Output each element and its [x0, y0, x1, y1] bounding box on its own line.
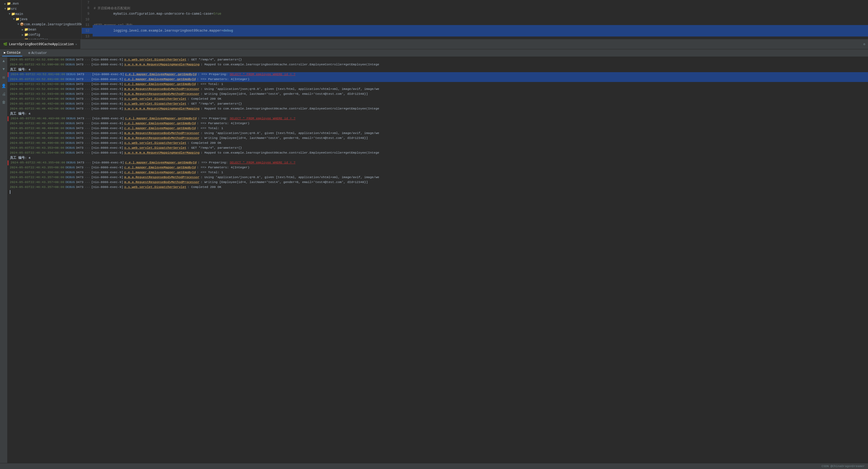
tree-item-java[interactable]: ▼ 📁 java [0, 17, 82, 22]
msg-8: : Writing [Employee{id=4, lastName='test… [200, 92, 368, 96]
level-27: DEBUG [65, 185, 75, 189]
pid-17: 3473 [76, 136, 84, 140]
ts-13: 2024-05-03T22:46:40.493+08:00 [11, 117, 65, 120]
actuator-tab-label: Actuator [31, 51, 47, 55]
thread-16: [nio-8080-exec-8] [91, 131, 123, 135]
tree-item-config[interactable]: ▶ 📁 config [0, 32, 82, 37]
scroll-up-icon[interactable]: ▲ [2, 58, 5, 64]
thread-8: [nio-8080-exec-5] [91, 92, 123, 96]
tree-arrow-controller: ▶ [22, 38, 24, 39]
pid-9: 3473 [76, 97, 84, 100]
ts-18: 2024-05-03T22:46:40.496+08:00 [10, 141, 64, 145]
level-9: DEBUG [65, 97, 75, 100]
sep-8: --- [85, 92, 90, 96]
print-icon[interactable]: 🖨 [1, 91, 6, 97]
pid-10: 3473 [76, 102, 84, 105]
log-line-21: 员工 编号: 4 [8, 156, 868, 160]
msg-9: : Completed 200 OK [187, 97, 221, 100]
level-4: DEBUG [66, 72, 76, 76]
log-line-6: 2024-05-03T22:43:52.692+08:00 DEBUG 3473… [8, 82, 868, 87]
ts-9: 2024-05-03T22:43:52.694+08:00 [10, 97, 64, 100]
scroll-down-icon[interactable]: ▼ [2, 66, 5, 72]
ts-11: 2024-05-03T22:46:40.492+08:00 [10, 107, 64, 110]
tree-item-mvn[interactable]: ▶ 📁 .mvn [0, 1, 82, 6]
thread-2: [nio-8080-exec-5] [91, 63, 123, 66]
level-24: DEBUG [65, 170, 75, 174]
thread-17: [nio-8080-exec-8] [91, 136, 123, 140]
ts-23: 2024-05-03T22:46:43.355+08:00 [10, 165, 64, 169]
ts-26: 2024-05-03T22:46:43.357+08:00 [10, 180, 64, 184]
pid-13: 3473 [77, 117, 85, 120]
level-18: DEBUG [65, 141, 75, 145]
level-23: DEBUG [65, 165, 75, 169]
msg-4: : ==> Preparing: SELECT * FROM employee … [198, 72, 296, 76]
line-number-8: 8 [82, 6, 93, 10]
class-15: c.e.l.mapper.EmployeeMapper.getEmpById [124, 126, 196, 130]
class-20: s.w.s.m.m.a.RequestMappingHandlerMapping [124, 151, 199, 154]
ts-8: 2024-05-03T22:43:52.693+08:00 [10, 92, 64, 96]
folder-icon-main: 📁 [11, 12, 15, 16]
level-2: DEBUG [65, 63, 75, 66]
status-bar: CSDN @ChinaDragonDreamer [0, 463, 868, 469]
ts-5: 2024-05-03T22:43:52.691+08:00 [10, 77, 64, 81]
log-line-9: 2024-05-03T22:43:52.694+08:00 DEBUG 3473… [8, 97, 868, 102]
sep-16: --- [85, 131, 90, 135]
sep-17: --- [85, 136, 90, 140]
ts-10: 2024-05-03T22:46:40.492+08:00 [10, 102, 64, 105]
thread-23: [nio-8080-exec-9] [91, 165, 123, 169]
msg-7: : Using 'application/json;q=0.8', given … [200, 87, 379, 91]
log-line-20: 2024-05-03T22:46:43.354+08:00 DEBUG 3473… [8, 151, 868, 156]
pid-2: 3473 [76, 63, 84, 66]
filter-icon[interactable]: ⊟ [2, 74, 5, 81]
tree-item-bean[interactable]: ▶ 📁 bean [0, 27, 82, 32]
msg-1: : GET "/emp/4", parameters={} [187, 58, 242, 61]
thread-19: [nio-8080-exec-9] [91, 146, 123, 150]
thread-25: [nio-8080-exec-9] [91, 176, 123, 179]
msg-18: : Completed 200 OK [187, 141, 221, 145]
level-1: DEBUG [65, 58, 75, 61]
tree-item-src[interactable]: ▼ 📁 src [0, 6, 82, 11]
pid-4: 3473 [77, 72, 85, 76]
user-icon[interactable]: 👤 [1, 83, 7, 89]
console-tab-console[interactable]: ▶ Console [2, 50, 22, 56]
tree-item-main[interactable]: ▼ 📁 main [0, 11, 82, 17]
thread-9: [nio-8080-exec-5] [91, 97, 123, 100]
class-4: c.e.l.mapper.EmployeeMapper.getEmpById [125, 72, 196, 76]
active-tab[interactable]: 🌿 LearnSpringBoot09CacheApplication ✕ [0, 39, 81, 49]
tree-arrow-src: ▼ [4, 7, 6, 10]
class-16: m.m.a.RequestResponseBodyMethodProcessor [124, 131, 199, 135]
msg-26: : Writing [Employee{id=4, lastName='test… [200, 180, 368, 184]
status-text: CSDN @ChinaDragonDreamer [822, 465, 865, 468]
tab-close-button[interactable]: ✕ [75, 43, 77, 46]
tree-item-controller[interactable]: ▶ 📁 controller [0, 37, 82, 39]
thread-18: [nio-8080-exec-8] [91, 141, 123, 145]
sep-27: --- [85, 185, 90, 189]
class-19: o.s.web.servlet.DispatcherServlet [124, 146, 186, 150]
msg-22: : ==> Preparing: SELECT * FROM employee … [198, 161, 296, 164]
tree-label-src: src [11, 7, 17, 11]
console-tab-label: Console [7, 51, 21, 55]
level-14: DEBUG [65, 122, 75, 125]
tree-item-com[interactable]: ▼ 📦 com.example.learnspringboot09cache [0, 22, 82, 27]
editor-area: 7 8 # 开启驼峰命名匹配规则 9 mybatis.configuration… [82, 0, 868, 39]
ts-6: 2024-05-03T22:43:52.692+08:00 [10, 82, 64, 86]
settings-gear-icon[interactable]: ⚙ [861, 42, 868, 46]
class-24: c.e.l.mapper.EmployeeMapper.getEmpById [124, 170, 196, 174]
spring-leaf-icon: 🌿 [3, 42, 7, 46]
trash-icon[interactable]: 🗑 [1, 99, 6, 105]
level-10: DEBUG [65, 102, 75, 105]
thread-20: [nio-8080-exec-9] [91, 151, 123, 154]
tree-arrow-bean: ▶ [22, 28, 24, 31]
thread-7: [nio-8080-exec-5] [91, 87, 123, 91]
console-tab-actuator[interactable]: ⚙ Actuator [27, 50, 49, 56]
ts-4: 2024-05-03T22:43:52.691+08:00 [11, 72, 65, 76]
pid-27: 3473 [76, 185, 84, 189]
log-line-24: 2024-05-03T22:46:43.356+08:00 DEBUG 3473… [8, 170, 868, 175]
line-number-7: 7 [82, 1, 93, 5]
thread-27: [nio-8080-exec-9] [91, 185, 123, 189]
log-output[interactable]: 2024-05-03T22:43:52.690+08:00 DEBUG 3473… [8, 57, 868, 463]
thread-14: [nio-8080-exec-8] [91, 122, 123, 125]
level-6: DEBUG [65, 82, 75, 86]
level-8: DEBUG [65, 92, 75, 96]
ts-2: 2024-05-03T22:43:52.690+08:00 [10, 63, 64, 66]
